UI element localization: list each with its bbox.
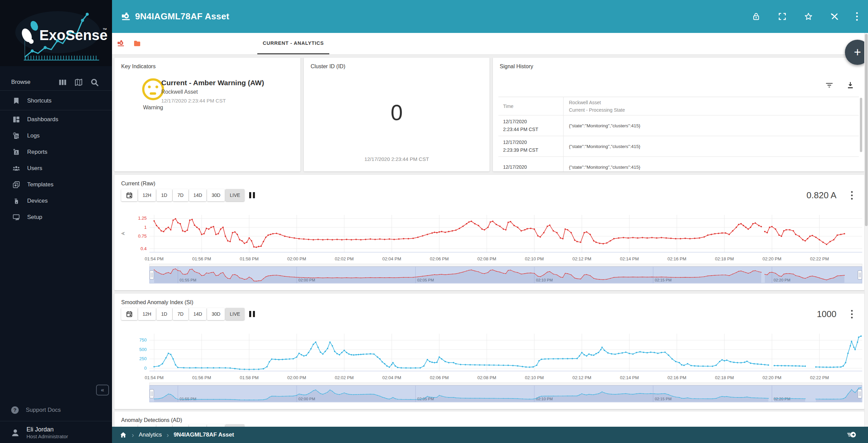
exosense-app: ExoSense ™ Browse Shortcuts Dashboards bbox=[0, 0, 868, 443]
cluster-id-panel: Cluster ID (ID) 0 12/17/2020 2:23:44 PM … bbox=[304, 58, 490, 171]
sidebar: ExoSense ™ Browse Shortcuts Dashboards bbox=[0, 0, 112, 443]
anomaly-detections-panel: Anomaly Detections (AD) 12H 1D 7D 14D 30… bbox=[114, 411, 864, 427]
avatar-icon bbox=[10, 428, 20, 438]
page-scrollbar[interactable] bbox=[864, 33, 868, 427]
tools-icon[interactable] bbox=[830, 12, 839, 21]
sidebar-item-logs[interactable]: Logs bbox=[0, 128, 112, 144]
folder-icon bbox=[133, 39, 141, 48]
svg-text:02:20 PM: 02:20 PM bbox=[762, 256, 781, 261]
svg-text:02:04 PM: 02:04 PM bbox=[382, 375, 401, 380]
svg-text:02:08 PM: 02:08 PM bbox=[477, 375, 496, 380]
range-live-button[interactable]: LIVE bbox=[225, 189, 244, 201]
chart-scrollbar[interactable] bbox=[149, 264, 862, 266]
svg-text:0.4: 0.4 bbox=[141, 246, 147, 251]
chart-scrollbar[interactable] bbox=[149, 383, 862, 385]
dashboard-icon bbox=[12, 115, 20, 124]
svg-text:02:02 PM: 02:02 PM bbox=[335, 256, 354, 261]
svg-text:02:18 PM: 02:18 PM bbox=[715, 375, 734, 380]
fullscreen-icon[interactable] bbox=[778, 12, 787, 21]
tab-current-analytics[interactable]: CURRENT - ANALYTICS bbox=[257, 33, 329, 54]
logs-icon bbox=[12, 132, 20, 140]
range-12h-button[interactable]: 12H bbox=[138, 189, 156, 201]
range-7d-button[interactable]: 7D bbox=[173, 308, 188, 320]
header-more-menu[interactable] bbox=[856, 12, 858, 21]
svg-text:02:04 PM: 02:04 PM bbox=[382, 256, 401, 261]
sidebar-collapse-button[interactable]: « bbox=[96, 385, 109, 395]
user-menu[interactable]: Eli Jordan Host Administrator bbox=[0, 422, 112, 443]
filter-icon[interactable] bbox=[825, 81, 834, 90]
sidebar-item-dashboards[interactable]: Dashboards bbox=[0, 111, 112, 128]
svg-text:02:22 PM: 02:22 PM bbox=[810, 375, 829, 380]
setup-icon bbox=[12, 213, 20, 221]
page-scrollbar-thumb[interactable] bbox=[865, 34, 868, 226]
range-14d-button[interactable]: 14D bbox=[189, 308, 207, 320]
svg-text:02:10 PM: 02:10 PM bbox=[525, 375, 544, 380]
svg-text:0.75: 0.75 bbox=[138, 234, 147, 239]
range-30d-button[interactable]: 30D bbox=[207, 308, 225, 320]
calendar-button[interactable] bbox=[121, 308, 137, 320]
home-icon[interactable] bbox=[119, 431, 127, 439]
smoothed-anomaly-index-navigator[interactable]: 01:55 PM02:00 PM02:05 PM02:10 PM02:15 PM… bbox=[149, 385, 862, 402]
cluster-value: 0 bbox=[304, 100, 490, 125]
calendar-button[interactable] bbox=[121, 189, 137, 201]
range-12h-button[interactable]: 12H bbox=[138, 308, 156, 320]
svg-text:02:16 PM: 02:16 PM bbox=[667, 256, 686, 261]
panel-title: Current (Raw) bbox=[121, 181, 155, 187]
map-view-icon[interactable] bbox=[74, 78, 83, 87]
svg-text:01:56 PM: 01:56 PM bbox=[192, 375, 211, 380]
current-raw-chart[interactable]: 01:54 PM01:56 PM01:58 PM02:00 PM02:02 PM… bbox=[114, 212, 864, 265]
range-7d-button[interactable]: 7D bbox=[173, 189, 188, 201]
range-live-button[interactable]: LIVE bbox=[225, 308, 244, 320]
sidebar-item-templates[interactable]: Templates bbox=[0, 177, 112, 193]
support-docs-link[interactable]: ? Support Docs bbox=[0, 403, 112, 417]
current-raw-navigator[interactable]: 01:55 PM02:00 PM02:05 PM02:10 PM02:15 PM… bbox=[149, 266, 862, 283]
brand-trademark: ™ bbox=[103, 27, 107, 32]
chart-menu-kebab[interactable] bbox=[851, 310, 853, 318]
reports-icon bbox=[12, 148, 20, 156]
pause-button[interactable] bbox=[249, 311, 255, 317]
svg-text:01:54 PM: 01:54 PM bbox=[145, 256, 164, 261]
sidebar-item-shortcuts[interactable]: Shortcuts bbox=[0, 93, 112, 109]
sidebar-item-devices[interactable]: Devices bbox=[0, 193, 112, 209]
smoothed-anomaly-index-chart[interactable]: 01:54 PM01:56 PM01:58 PM02:00 PM02:02 PM… bbox=[114, 331, 864, 384]
column-header-time: Time bbox=[498, 97, 564, 115]
chart-menu-kebab[interactable] bbox=[851, 191, 853, 200]
svg-text:02:16 PM: 02:16 PM bbox=[667, 375, 686, 380]
breadcrumb-separator: › bbox=[167, 431, 169, 439]
svg-text:750: 750 bbox=[139, 337, 147, 343]
live-feed-arrow-icon[interactable] bbox=[847, 430, 856, 440]
table-scrollbar-thumb[interactable] bbox=[860, 98, 862, 152]
svg-text:?: ? bbox=[13, 407, 16, 413]
panel-title: Signal History bbox=[500, 63, 533, 70]
columns-view-icon[interactable] bbox=[58, 78, 67, 87]
current-raw-panel: Current (Raw) 12H 1D 7D 14D 30D LIVE 0.8… bbox=[114, 175, 864, 290]
dashboard-tab-bar: CURRENT - ANALYTICS bbox=[112, 33, 868, 55]
range-30d-button[interactable]: 30D bbox=[207, 189, 225, 201]
range-14d-button[interactable]: 14D bbox=[189, 189, 207, 201]
sidebar-item-reports[interactable]: Reports bbox=[0, 144, 112, 160]
svg-text:02:12 PM: 02:12 PM bbox=[572, 256, 591, 261]
help-icon: ? bbox=[10, 405, 20, 415]
range-1d-button[interactable]: 1D bbox=[156, 308, 172, 320]
pause-button[interactable] bbox=[249, 192, 255, 198]
live-value-readout: 1000 bbox=[817, 309, 836, 319]
asset-header: 9N4IAGML78AF Asset bbox=[112, 0, 868, 33]
breadcrumb-analytics[interactable]: Analytics bbox=[139, 431, 162, 438]
range-toolbar: 12H 1D 7D 14D 30D LIVE bbox=[121, 308, 255, 320]
page-title: 9N4IAGML78AF Asset bbox=[135, 11, 229, 22]
svg-text:250: 250 bbox=[139, 356, 147, 361]
favorite-star-icon[interactable] bbox=[804, 12, 813, 21]
svg-text:01:58 PM: 01:58 PM bbox=[240, 375, 259, 380]
svg-text:02:00 PM: 02:00 PM bbox=[287, 375, 306, 380]
sidebar-item-users[interactable]: Users bbox=[0, 160, 112, 177]
calendar-icon bbox=[126, 191, 133, 199]
download-icon[interactable] bbox=[846, 81, 855, 90]
calendar-icon bbox=[126, 310, 133, 318]
svg-text:01:58 PM: 01:58 PM bbox=[240, 256, 259, 261]
lock-icon[interactable] bbox=[752, 12, 761, 21]
svg-text:02:14 PM: 02:14 PM bbox=[620, 256, 639, 261]
svg-text:02:12 PM: 02:12 PM bbox=[572, 375, 591, 380]
range-1d-button[interactable]: 1D bbox=[156, 189, 172, 201]
sidebar-item-setup[interactable]: Setup bbox=[0, 209, 112, 225]
search-icon[interactable] bbox=[90, 78, 99, 87]
